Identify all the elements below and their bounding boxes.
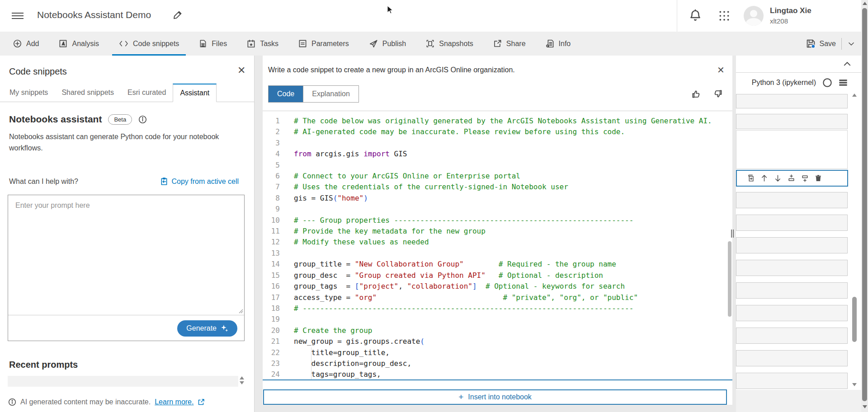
notebook-panel: Python 3 (ipykernel) (736, 56, 861, 412)
notebook-cell[interactable] (736, 192, 848, 208)
notebook-cell[interactable] (736, 328, 848, 344)
tab-assistant[interactable]: Assistant (173, 84, 217, 102)
tab-shared-snippets[interactable]: Shared snippets (55, 84, 121, 102)
toolbar-item-parameters[interactable]: Parameters (292, 32, 356, 56)
user-avatar[interactable] (744, 6, 764, 26)
code-lines: 1# The code below was originally generat… (263, 116, 732, 380)
notebook-cell[interactable] (736, 350, 848, 366)
notebook-menu-icon[interactable] (839, 79, 848, 86)
tab-explanation[interactable]: Explanation (303, 86, 359, 102)
code-line: 15group_desc = "Group created via Python… (263, 270, 732, 281)
code-line: 24 tags=group_tags, (263, 369, 732, 380)
duplicate-cell-icon[interactable] (747, 174, 755, 182)
ribbon-toolbar: Add Analysis Code snippets Files Tasks P… (0, 32, 868, 56)
ai-disclaimer: AI generated content may be inaccurate. … (8, 398, 205, 406)
toolbar-item-share[interactable]: Share (486, 32, 533, 56)
save-button[interactable]: Save (806, 39, 836, 48)
save-chevron-down-icon[interactable] (847, 40, 855, 48)
toolbar-item-analysis[interactable]: Analysis (52, 32, 106, 56)
prompt-label: What can I help with? (9, 178, 78, 186)
add-cell-below-icon[interactable] (801, 174, 809, 182)
tab-esri-curated[interactable]: Esri curated (121, 84, 173, 102)
cell-toolbar (736, 170, 848, 187)
save-divider (841, 38, 842, 50)
prompt-input[interactable] (8, 195, 244, 314)
toolbar-item-publish[interactable]: Publish (362, 32, 413, 56)
snippet-close-icon[interactable]: ✕ (717, 65, 725, 75)
notebook-cell[interactable] (736, 282, 848, 299)
move-cell-up-icon[interactable] (760, 174, 768, 182)
assistant-heading-row: Notebooks assistant Beta (9, 114, 147, 125)
external-link-icon[interactable] (198, 398, 205, 406)
notebook-cell[interactable] (736, 114, 848, 129)
notebook-scrollbar[interactable] (852, 56, 857, 390)
toolbar-item-snapshots[interactable]: Snapshots (419, 32, 480, 56)
notebook-cell[interactable] (736, 237, 848, 253)
notebook-cell[interactable] (736, 260, 848, 276)
code-line: 23 description=group_desc, (263, 358, 732, 369)
window-scrollbar[interactable] (861, 0, 868, 412)
notebook-cell[interactable] (736, 373, 848, 389)
window-scrollbar-thumb[interactable] (862, 8, 867, 401)
recent-prompts-stepper[interactable] (240, 375, 245, 387)
code-line: 6# Connect to your ArcGIS Online or Ente… (263, 171, 732, 182)
code-line: 9 (263, 204, 732, 215)
code-line: 18# ------------------------------------… (263, 303, 732, 314)
move-cell-down-icon[interactable] (774, 174, 782, 182)
feedback-buttons (691, 89, 723, 99)
recent-prompts-list[interactable] (8, 376, 238, 387)
code-scrollbar-thumb[interactable] (728, 241, 731, 317)
toolbar-item-files[interactable]: Files (192, 32, 234, 56)
hamburger-menu-icon[interactable] (12, 11, 24, 21)
assistant-description: Notebooks assistant can generate Python … (9, 131, 222, 154)
toolbar-item-code-snippets[interactable]: Code snippets (112, 32, 186, 56)
recent-prompts-heading: Recent prompts (9, 360, 78, 370)
notifications-bell-icon[interactable] (689, 9, 702, 23)
notebook-bottom-strip (736, 390, 861, 412)
copy-from-active-cell-link[interactable]: Copy from active cell (160, 178, 239, 186)
code-line: 12# Modify these values as needed (263, 237, 732, 248)
notebook-cell[interactable] (736, 215, 848, 231)
code-line: 3 (263, 138, 732, 149)
notebook-title: Notebooks Assistant Demo (37, 9, 151, 20)
learn-more-link[interactable]: Learn more. (155, 398, 193, 406)
code-line: 11# Provide the key metadata for the new… (263, 226, 732, 237)
topbar-divider (677, 0, 677, 32)
code-viewer[interactable]: 1# The code below was originally generat… (263, 111, 732, 380)
panel-splitter-handle[interactable] (731, 229, 735, 238)
code-line: 21new_group = gis.groups.create( (263, 336, 732, 347)
app-launcher-grid-icon[interactable] (718, 10, 730, 22)
resize-grip[interactable] (239, 309, 243, 314)
info-circle-icon[interactable] (138, 115, 147, 124)
toolbar-item-add[interactable]: Add (6, 32, 46, 56)
notebook-scrollbar-thumb[interactable] (852, 297, 857, 342)
thumbs-up-icon[interactable] (691, 89, 701, 99)
assistant-heading: Notebooks assistant (9, 114, 102, 125)
notebook-cell-active[interactable] (736, 130, 848, 169)
ribbon-right-group: Save (806, 32, 855, 56)
tab-code[interactable]: Code (269, 86, 303, 102)
add-cell-above-icon[interactable] (788, 174, 795, 182)
toolbar-item-tasks[interactable]: Tasks (240, 32, 285, 56)
thumbs-down-icon[interactable] (713, 89, 723, 99)
code-line: 10# --- Group properties ---------------… (263, 215, 732, 226)
code-line: 22 title=group_title, (263, 347, 732, 358)
insert-into-notebook-button[interactable]: + Insert into notebook (263, 389, 727, 405)
edit-title-pencil-icon[interactable] (173, 10, 183, 20)
files-icon (199, 39, 207, 48)
user-name: Lingtao Xie (770, 6, 811, 15)
code-line: 7# Uses the credentials of the currently… (263, 182, 732, 192)
notebook-cell[interactable] (736, 305, 848, 321)
delete-cell-icon[interactable] (815, 174, 822, 182)
sparkle-icon (221, 324, 228, 332)
tab-my-snippets[interactable]: My snippets (3, 84, 55, 102)
beta-badge: Beta (108, 114, 132, 125)
publish-icon (369, 39, 378, 48)
toolbar-item-info[interactable]: Info (539, 32, 578, 56)
code-line: 14group_title = "New Collaboration Group… (263, 259, 732, 270)
panel-close-icon[interactable]: ✕ (237, 65, 245, 76)
chevron-up-icon[interactable] (843, 61, 851, 67)
top-bar: Notebooks Assistant Demo Lingtao Xie xlt… (0, 0, 868, 32)
notebook-cell[interactable] (736, 94, 848, 108)
generate-button[interactable]: Generate (177, 320, 237, 337)
